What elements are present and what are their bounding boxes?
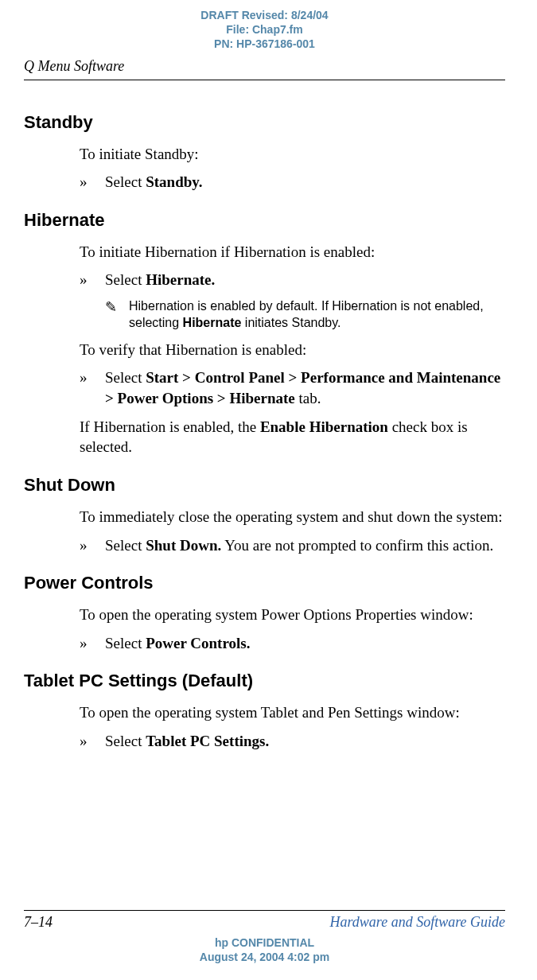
bullet-bold: Tablet PC Settings. (146, 733, 269, 749)
bullet-content: Select Start > Control Panel > Performan… (105, 368, 505, 408)
bullet-marker: » (80, 172, 105, 192)
footer-line: 7–14 Hardware and Software Guide (24, 914, 505, 931)
pencil-icon: ✎ (105, 298, 129, 332)
heading-power: Power Controls (24, 573, 505, 593)
bullet-pre: Select (105, 537, 146, 554)
result-pre: If Hibernation is enabled, the (80, 418, 260, 435)
bullet-content: Select Hibernate. (105, 270, 505, 290)
tablet-bullet: » Select Tablet PC Settings. (80, 731, 505, 752)
shutdown-bullet: » Select Shut Down. You are not prompted… (80, 535, 505, 556)
bullet-pre: Select (105, 173, 146, 190)
hibernate-intro: To initiate Hibernation if Hibernation i… (80, 242, 505, 262)
page-footer: 7–14 Hardware and Software Guide hp CONF… (24, 905, 505, 964)
bullet-content: Select Tablet PC Settings. (105, 731, 505, 752)
hibernate-bullet: » Select Hibernate. (80, 270, 505, 290)
bullet-marker: » (80, 731, 105, 752)
shutdown-intro: To immediately close the operating syste… (80, 507, 505, 527)
bullet-pre: Select (105, 635, 146, 651)
hibernate-note: ✎ Hibernation is enabled by default. If … (105, 298, 505, 332)
confidential-line-2: August 24, 2004 4:02 pm (24, 950, 505, 964)
heading-tablet: Tablet PC Settings (Default) (24, 671, 505, 691)
heading-hibernate: Hibernate (24, 210, 505, 231)
power-bullet: » Select Power Controls. (80, 633, 505, 654)
tablet-intro: To open the operating system Tablet and … (80, 702, 505, 723)
confidential-line-1: hp CONFIDENTIAL (24, 935, 505, 950)
bullet-bold: Hibernate. (146, 271, 215, 288)
footer-rule: 7–14 Hardware and Software Guide (24, 910, 505, 931)
page-number: 7–14 (24, 914, 53, 931)
standby-bullet: » Select Standby. (80, 172, 505, 192)
bullet-post: You are not prompted to confirm this act… (221, 537, 493, 554)
draft-line-2: File: Chap7.fm (24, 22, 505, 37)
bullet-marker: » (80, 270, 105, 290)
hibernate-verify-bullet: » Select Start > Control Panel > Perform… (80, 368, 505, 408)
verify-post: tab. (295, 390, 321, 406)
bullet-bold: Shut Down. (146, 537, 221, 554)
bullet-content: Select Shut Down. You are not prompted t… (105, 535, 505, 556)
bullet-bold: Standby. (146, 173, 202, 190)
bullet-marker: » (80, 633, 105, 654)
note-post: initiates Standby. (241, 316, 340, 329)
hibernate-result: If Hibernation is enabled, the Enable Hi… (80, 417, 505, 457)
draft-line-1: DRAFT Revised: 8/24/04 (24, 8, 505, 22)
bullet-content: Select Power Controls. (105, 633, 505, 654)
note-content: Hibernation is enabled by default. If Hi… (129, 298, 505, 332)
power-intro: To open the operating system Power Optio… (80, 605, 505, 625)
bullet-marker: » (80, 368, 105, 408)
result-bold: Enable Hibernation (260, 418, 388, 435)
hibernate-verify-intro: To verify that Hibernation is enabled: (80, 340, 505, 360)
bullet-marker: » (80, 535, 105, 556)
footer-confidential: hp CONFIDENTIAL August 24, 2004 4:02 pm (24, 935, 505, 964)
guide-title: Hardware and Software Guide (330, 914, 506, 931)
bullet-pre: Select (105, 271, 146, 288)
draft-line-3: PN: HP-367186-001 (24, 37, 505, 51)
heading-shutdown: Shut Down (24, 475, 505, 496)
bullet-bold: Power Controls. (146, 635, 250, 651)
page-header: Q Menu Software (24, 58, 505, 80)
verify-pre: Select (105, 369, 146, 386)
heading-standby: Standby (24, 112, 505, 133)
bullet-pre: Select (105, 733, 146, 749)
bullet-content: Select Standby. (105, 172, 505, 192)
note-bold: Hibernate (183, 316, 242, 329)
standby-intro: To initiate Standby: (80, 144, 505, 165)
draft-header: DRAFT Revised: 8/24/04 File: Chap7.fm PN… (24, 8, 505, 52)
